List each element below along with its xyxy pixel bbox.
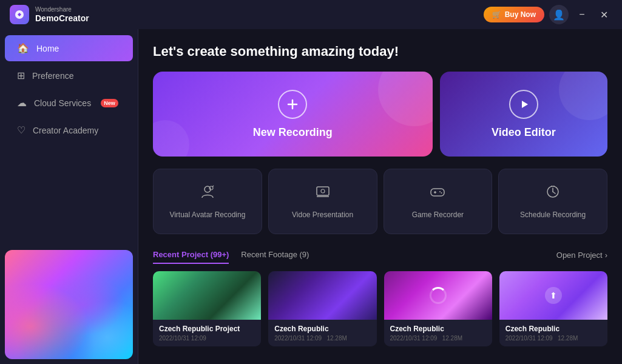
project-name-1: Czech Republic Project [159,325,255,333]
svg-rect-6 [317,187,329,195]
video-presentation-icon [315,184,331,203]
open-project-button[interactable]: Open Project › [556,251,607,260]
buy-now-button[interactable]: 🛒 Buy Now [484,7,544,22]
thumb-overlay-2 [268,271,376,320]
titlebar: Wondershare DemoCreator 🛒 Buy Now 👤 − ✕ [0,0,622,29]
close-button[interactable]: ✕ [595,6,612,23]
project-name-2: Czech Republic [274,325,370,333]
video-presentation-label: Vidoe Presentation [292,211,353,219]
svg-marker-3 [522,101,528,108]
close-icon: ✕ [600,9,608,21]
buy-now-label: Buy Now [505,10,536,19]
project-card-2[interactable]: Czech Republic 2022/10/31 12:09 12.28M [268,271,376,346]
new-recording-card[interactable]: New Recording [153,72,433,157]
sidebar: 🏠 Home ⊞ Preference ☁ Cloud Services New… [0,29,138,364]
project-info-3: Czech Republic 2022/10/31 12:09 12.28M [384,320,492,346]
thumb-overlay-4: ⬆ [499,271,607,320]
logo-name: DemoCreator [35,13,89,24]
thumb-overlay-1 [153,271,261,320]
game-recorder-card[interactable]: Game Recorder [384,169,493,234]
sidebar-label-preference: Preference [32,71,73,81]
sidebar-label-cloud: Cloud Services [34,98,91,108]
svg-point-7 [321,189,325,193]
thumb-overlay-3 [384,271,492,320]
minimize-icon: − [579,9,584,20]
new-recording-label: New Recording [253,126,333,139]
account-icon: 👤 [553,9,565,21]
app-body: 🏠 Home ⊞ Preference ☁ Cloud Services New… [0,29,622,364]
logo-brand: Wondershare [35,6,89,13]
project-meta-1: 2022/10/31 12:09 [159,335,255,342]
video-editor-card[interactable]: Video Editor [440,72,607,157]
project-info-2: Czech Republic 2022/10/31 12:09 12.28M [268,320,376,346]
project-thumb-1 [153,271,261,320]
sidebar-label-home: Home [36,44,59,53]
virtual-avatar-icon [200,184,215,203]
sidebar-item-creator-academy[interactable]: ♡ Creator Academy [5,117,133,143]
page-title: Let's create something amazing today! [153,44,607,59]
project-meta-4: 2022/10/31 12:09 12.28M [505,335,601,342]
project-info-4: Czech Republic 2022/10/31 12:09 12.28M [499,320,607,346]
project-card-1[interactable]: Czech Republic Project 2022/10/31 12:09 [153,271,261,346]
sidebar-item-cloud-services[interactable]: ☁ Cloud Services New [5,90,133,116]
recent-tabs: Recent Project (99+) Recent Footage (9) [153,246,321,264]
titlebar-actions: 🛒 Buy Now 👤 − ✕ [484,5,612,24]
project-card-3[interactable]: Czech Republic 2022/10/31 12:09 12.28M [384,271,492,346]
logo-icon [10,5,29,24]
game-recorder-icon [430,184,445,203]
sidebar-label-academy: Creator Academy [33,126,98,135]
cart-icon: 🛒 [492,10,501,19]
new-recording-icon [278,90,307,119]
loading-ring-icon [430,287,447,304]
feature-cards: Virtual Avatar Recoding Vidoe Presentati… [153,169,607,234]
upload-icon: ⬆ [545,287,562,304]
svg-line-16 [553,192,555,194]
schedule-recording-icon [545,184,561,203]
hero-cards: New Recording Video Editor [153,72,607,157]
tab-recent-footage[interactable]: Recent Footage (9) [241,246,309,264]
sidebar-nav: 🏠 Home ⊞ Preference ☁ Cloud Services New… [0,29,138,245]
video-presentation-card[interactable]: Vidoe Presentation [268,169,377,234]
chevron-right-icon: › [605,251,607,260]
project-meta-2: 2022/10/31 12:09 12.28M [274,335,370,342]
thumbnail-swirl [5,250,133,359]
logo-text: Wondershare DemoCreator [35,6,89,24]
virtual-avatar-label: Virtual Avatar Recoding [169,211,245,219]
recent-section: Recent Project (99+) Recent Footage (9) … [153,246,607,346]
minimize-button[interactable]: − [573,6,590,23]
sidebar-thumbnail [5,250,133,359]
open-project-label: Open Project [556,251,603,260]
project-card-4[interactable]: ⬆ Czech Republic 2022/10/31 12:09 12.28M [499,271,607,346]
tab-recent-project[interactable]: Recent Project (99+) [153,246,229,264]
main-content: Let's create something amazing today! Ne… [138,29,622,364]
schedule-recording-card[interactable]: Schedule Recording [498,169,607,234]
project-thumb-3 [384,271,492,320]
home-icon: 🏠 [17,42,29,54]
app-logo: Wondershare DemoCreator [10,5,89,24]
project-thumb-2 [268,271,376,320]
project-meta-3: 2022/10/31 12:09 12.28M [390,335,486,342]
virtual-avatar-card[interactable]: Virtual Avatar Recoding [153,169,262,234]
sidebar-item-home[interactable]: 🏠 Home [5,35,133,61]
video-editor-icon [509,90,538,119]
svg-rect-9 [431,189,444,196]
game-recorder-label: Game Recorder [412,211,464,219]
project-name-3: Czech Republic [390,325,486,333]
preference-icon: ⊞ [17,70,25,81]
sidebar-item-preference[interactable]: ⊞ Preference [5,62,133,89]
project-info-1: Czech Republic Project 2022/10/31 12:09 [153,320,261,346]
schedule-recording-label: Schedule Recording [520,211,586,219]
academy-icon: ♡ [17,124,25,136]
project-grid: Czech Republic Project 2022/10/31 12:09 … [153,271,607,346]
project-thumb-4: ⬆ [499,271,607,320]
cloud-badge-new: New [101,99,118,107]
cloud-icon: ☁ [17,97,27,109]
video-editor-label: Video Editor [492,126,556,139]
account-button[interactable]: 👤 [549,5,569,24]
project-name-4: Czech Republic [505,325,601,333]
svg-point-13 [441,192,442,194]
recent-header: Recent Project (99+) Recent Footage (9) … [153,246,607,264]
svg-point-12 [439,191,441,192]
